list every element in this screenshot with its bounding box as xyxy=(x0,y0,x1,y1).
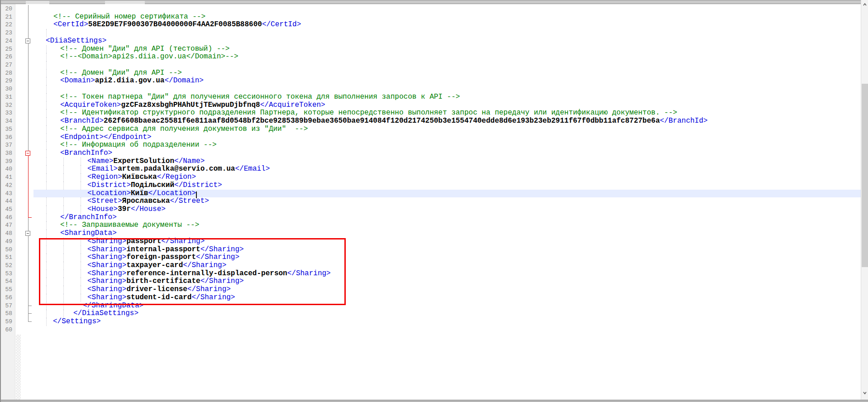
indent-guide xyxy=(46,61,47,69)
xml-tag: </Email> xyxy=(235,165,270,173)
code-line-21[interactable]: 21<!-- Серийный номер сертификата --> xyxy=(0,13,861,21)
fold-minus-icon xyxy=(27,233,29,234)
code-line-26[interactable]: 26<!--<Domain>api2s.diia.gov.ua</Domain>… xyxy=(0,53,861,61)
code-line-28[interactable]: 28<!-- Домен "Дии" для API --> xyxy=(0,69,861,77)
code-text: <!-- Серийный номер сертификата --> xyxy=(0,13,861,21)
xml-tag: <DiiaSettings> xyxy=(46,37,106,45)
code-text: <Name>ExpertSolution</Name> xyxy=(0,158,861,166)
code-line-40[interactable]: 40<Email>artem.padalka@servio.com.ua</Em… xyxy=(0,165,861,173)
code-text: <District>Подільский</District> xyxy=(0,182,861,190)
indent-guide xyxy=(46,29,47,37)
scroll-down-button[interactable] xyxy=(861,389,868,397)
code-line-32[interactable]: 32<AcquireToken>gzCFaz8xsbghPHAhUtjTEwwp… xyxy=(0,101,861,110)
code-text: <SharingData> xyxy=(0,230,861,238)
fold-collapse-button[interactable] xyxy=(25,231,30,236)
xml-tag: </CertId> xyxy=(262,20,301,29)
code-line-47[interactable]: 47<!-- Запрашиваемые документы --> xyxy=(0,221,861,230)
xml-tag: </House> xyxy=(131,205,166,213)
code-line-39[interactable]: 39<Name>ExpertSolution</Name> xyxy=(0,158,861,166)
xml-tag: <Region> xyxy=(87,173,122,181)
xml-tag: </Name> xyxy=(174,157,205,165)
xml-comment: <!-- Адрес сервиса для получения докумен… xyxy=(60,125,308,133)
xml-value: Подільский xyxy=(131,181,174,189)
code-text: <!--<Domain>api2s.diia.gov.ua</Domain>--… xyxy=(0,53,861,61)
code-line-37[interactable]: 37<!-- Информация об подразделении --> xyxy=(0,141,861,149)
line-number: 23 xyxy=(1,29,12,37)
code-line-36[interactable]: 36<Endpoint></Endpoint> xyxy=(0,134,861,142)
code-line-34[interactable]: 34<BranchId>262f6608baeac25581f6e811aaf8… xyxy=(0,117,861,125)
code-line-38[interactable]: 38<BranchInfo> xyxy=(0,149,861,158)
xml-value: Київська xyxy=(122,173,157,181)
code-line-45[interactable]: 45<House>39г</House> xyxy=(0,206,861,214)
code-text: <!-- Информация об подразделении --> xyxy=(0,141,861,149)
red-highlight-rectangle xyxy=(39,238,346,305)
code-text: <DiiaSettings> xyxy=(0,37,861,45)
code-text: <Email>artem.padalka@servio.com.ua</Emai… xyxy=(0,165,861,173)
code-line-23[interactable]: 23 xyxy=(0,29,861,37)
xml-comment: <!-- Информация об подразделении --> xyxy=(60,141,217,149)
code-line-20[interactable]: 20 xyxy=(0,5,861,13)
code-line-30[interactable]: 30 xyxy=(0,85,861,93)
code-line-24[interactable]: 24<DiiaSettings> xyxy=(0,37,861,45)
code-line-29[interactable]: 29<Domain>api2.diia.gov.ua</Domain> xyxy=(0,77,861,85)
fold-minus-icon xyxy=(27,41,29,41)
xml-tag: <BranchId> xyxy=(60,117,104,125)
xml-value: 39г xyxy=(118,205,131,213)
code-line-59[interactable]: 59</Settings> xyxy=(0,318,861,326)
xml-tag: </Street> xyxy=(170,197,209,205)
xml-tag: <Street> xyxy=(87,197,122,205)
line-number: 30 xyxy=(1,85,12,93)
code-line-33[interactable]: 33<!-- Идентификатор структурного подраз… xyxy=(0,109,861,117)
xml-tag: <Email> xyxy=(87,165,118,173)
fold-collapse-button[interactable] xyxy=(25,151,30,156)
code-line-31[interactable]: 31<!-- Токен партнера "Дии" для получени… xyxy=(0,93,861,101)
chevron-up-icon xyxy=(863,2,867,7)
code-line-42[interactable]: 42<District>Подільский</District> xyxy=(0,182,861,190)
xml-tag: </Location> xyxy=(148,189,196,197)
code-text: <AcquireToken>gzCFaz8xsbghPHAhUtjTEwwpuD… xyxy=(0,101,861,110)
code-text: <BranchInfo> xyxy=(0,149,861,158)
code-line-22[interactable]: 22<CertId>58E2D9E7F900307B04000000F4AA2F… xyxy=(0,21,861,29)
fold-collapse-button[interactable] xyxy=(25,38,30,43)
xml-comment: <!--<Domain>api2s.diia.gov.ua</Domain>--… xyxy=(60,53,238,61)
xml-tag: <House> xyxy=(87,205,118,213)
fold-mark xyxy=(28,85,29,93)
code-text: <BranchId>262f6608baeac25581f6e811aaf8d0… xyxy=(0,117,861,125)
code-line-46[interactable]: 46</BranchInfo> xyxy=(0,214,861,222)
code-text: <!-- Токен партнера "Дии" для получения … xyxy=(0,93,861,101)
code-line-43[interactable]: 43<Location>Київ</Location> xyxy=(0,190,861,198)
scroll-up-button[interactable] xyxy=(861,0,868,8)
xml-tag: <SharingData> xyxy=(60,229,117,237)
code-text: </DiiaSettings> xyxy=(0,310,861,318)
xml-comment: <!-- Домен "Дии" для API --> xyxy=(60,69,182,77)
fold-mark xyxy=(28,29,29,37)
code-text: <Endpoint></Endpoint> xyxy=(0,134,861,142)
code-line-60[interactable]: 60 xyxy=(0,326,861,334)
line-number: 60 xyxy=(1,326,12,334)
xml-value: gzCFaz8xsbghPHAhUtjTEwwpuDjbfnq8 xyxy=(121,101,260,109)
scrollbar-thumb[interactable] xyxy=(862,84,868,267)
xml-comment: <!-- Домен "Дии" для API (тестовый) --> xyxy=(60,45,229,53)
bottom-window-edge xyxy=(0,400,868,402)
code-line-35[interactable]: 35<!-- Адрес сервиса для получения докум… xyxy=(0,125,861,134)
line-number: 20 xyxy=(1,5,12,13)
margin-texture xyxy=(16,335,21,400)
xml-tag: <AcquireToken> xyxy=(60,101,121,109)
xml-tag: </Settings> xyxy=(53,317,101,325)
indent-guide xyxy=(46,85,47,93)
code-line-58[interactable]: 58</DiiaSettings> xyxy=(0,310,861,318)
xml-tag: <Domain> xyxy=(60,77,95,85)
vertical-scrollbar[interactable] xyxy=(861,0,868,400)
window-left-border xyxy=(0,0,1,402)
code-line-44[interactable]: 44<Street>Ярославська</Street> xyxy=(0,197,861,206)
code-line-25[interactable]: 25<!-- Домен "Дии" для API (тестовый) --… xyxy=(0,45,861,53)
xml-tag: </Region> xyxy=(157,173,196,181)
code-line-48[interactable]: 48<SharingData> xyxy=(0,230,861,238)
code-line-41[interactable]: 41<Region>Київська</Region> xyxy=(0,173,861,182)
xml-tag: </DiiaSettings> xyxy=(73,309,138,317)
xml-tag: <District> xyxy=(87,181,131,189)
chevron-down-icon xyxy=(863,391,867,395)
xml-value: ExpertSolution xyxy=(114,157,174,165)
code-text: <!-- Домен "Дии" для API (тестовый) --> xyxy=(0,45,861,53)
code-line-27[interactable]: 27 xyxy=(0,61,861,69)
